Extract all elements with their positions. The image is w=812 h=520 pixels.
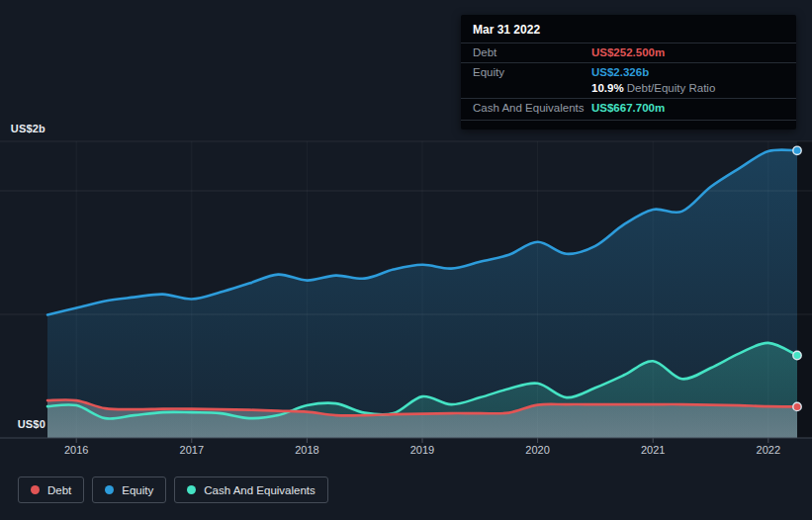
tooltip-cash-label: Cash And Equivalents [473, 102, 591, 115]
legend-equity-label: Equity [122, 484, 153, 496]
debt-last-point-marker[interactable] [793, 402, 801, 410]
x-tick-label-2022: 2022 [739, 444, 798, 456]
tooltip-debt-row: Debt US$252.500m [461, 43, 796, 62]
legend-item-debt[interactable]: Debt [18, 477, 84, 503]
x-tick-label-2018: 2018 [277, 444, 336, 456]
legend-item-cash[interactable]: Cash And Equivalents [174, 477, 328, 503]
tooltip-ratio-row: 10.9% Debt/Equity Ratio [461, 82, 796, 98]
tooltip-cash-row: Cash And Equivalents US$667.700m [461, 98, 796, 121]
chart-legend: Debt Equity Cash And Equivalents [18, 477, 328, 503]
cash-series-dot-icon [187, 485, 196, 494]
tooltip-debt-label: Debt [473, 46, 591, 59]
debt-equity-history-chart: US$2b US$0 2016201720182019202020212022 … [0, 0, 812, 520]
x-tick-label-2019: 2019 [393, 444, 452, 456]
tooltip-date: Mar 31 2022 [461, 15, 796, 43]
equity-last-point-marker[interactable] [793, 146, 801, 154]
chart-tooltip: Mar 31 2022 Debt US$252.500m Equity US$2… [461, 15, 796, 130]
y-axis-label-top: US$2b [0, 123, 45, 134]
cash-last-point-marker[interactable] [793, 351, 801, 359]
tooltip-equity-label: Equity [473, 66, 591, 79]
tooltip-ratio-label: Debt/Equity Ratio [627, 82, 716, 94]
tooltip-equity-value: US$2.326b [591, 66, 649, 79]
x-tick-label-2016: 2016 [46, 444, 106, 456]
tooltip-equity-row: Equity US$2.326b [461, 62, 796, 82]
x-tick-label-2017: 2017 [162, 444, 222, 456]
legend-item-equity[interactable]: Equity [92, 477, 166, 503]
equity-series-dot-icon [105, 485, 114, 494]
tooltip-cash-value: US$667.700m [591, 102, 665, 115]
legend-debt-label: Debt [47, 484, 71, 496]
y-axis-label-bottom: US$0 [0, 418, 45, 430]
x-tick-label-2021: 2021 [623, 444, 682, 456]
debt-series-dot-icon [31, 485, 40, 494]
x-tick-label-2020: 2020 [508, 444, 568, 456]
legend-cash-label: Cash And Equivalents [204, 484, 316, 496]
tooltip-debt-value: US$252.500m [591, 46, 665, 59]
tooltip-ratio-value: 10.9% [591, 82, 624, 94]
future-shade-band [797, 141, 812, 438]
